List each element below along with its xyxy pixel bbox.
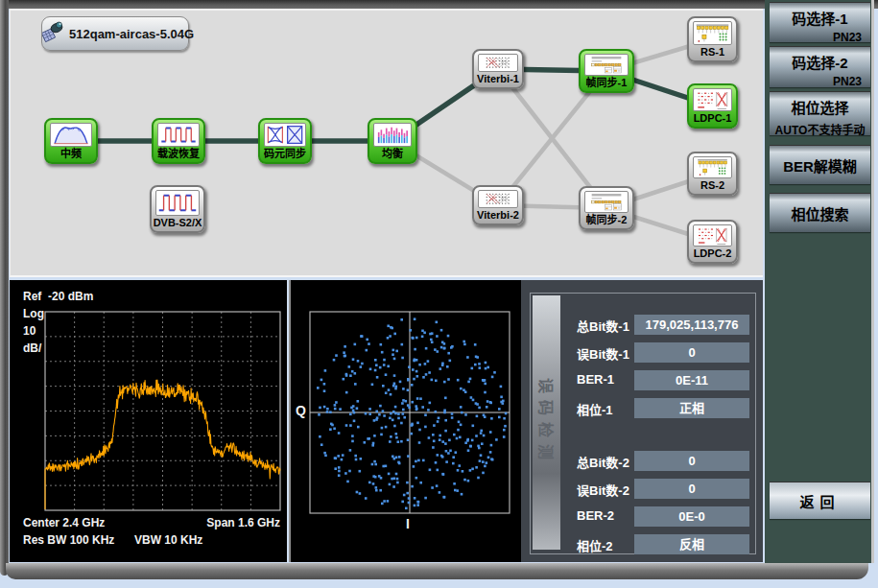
block-symsync[interactable]: 码元同步 — [258, 118, 312, 164]
code-select-2-button[interactable]: 码选择-2PN23 — [770, 46, 870, 87]
window-bottom-frame — [6, 563, 868, 579]
app-window: 中频载波恢复码元同步均衡DVB-S2/XViterbi-1Viterbi-2帧同… — [0, 0, 878, 588]
block-dvb[interactable]: DVB-S2/X — [150, 185, 205, 233]
frame-sync-icon — [584, 54, 629, 76]
rs-tree-icon — [693, 156, 732, 178]
square-wave-icon — [157, 123, 200, 147]
block-label: 帧同步-2 — [581, 213, 632, 227]
phase-search-button[interactable]: 相位搜索 — [770, 193, 870, 232]
ldpc-graph-icon — [693, 88, 732, 111]
signal-chain-diagram-panel: 中频载波恢复码元同步均衡DVB-S2/XViterbi-1Viterbi-2帧同… — [10, 9, 763, 277]
rs-tree-icon — [693, 21, 732, 45]
block-fs1[interactable]: 帧同步-1 — [579, 49, 634, 93]
ber-row-value: 0E-0 — [634, 506, 749, 527]
span-label: Span 1.6 GHz — [206, 516, 280, 529]
block-rs2[interactable]: RS-2 — [687, 152, 738, 196]
button-sub-label: PN23 — [770, 75, 862, 88]
session-title-label: 512qam-aircas-5.04G — [69, 27, 194, 41]
satellite-icon — [42, 19, 67, 48]
ber-statistics-frame: 误码检测 总Bit数-1179,025,113,776误Bit数-10BER-1… — [530, 293, 756, 554]
center-freq-label: Center 2.4 GHz — [23, 516, 105, 529]
phase-select-button[interactable]: 相位选择AUTO不支持手动 — [770, 91, 870, 135]
ber-row-label: 误Bit数-1 — [577, 344, 629, 363]
frame-sync-icon — [584, 191, 629, 213]
back-button[interactable]: 返回 — [770, 482, 870, 519]
code-select-1-button[interactable]: 码选择-1PN23 — [770, 2, 870, 42]
block-label: 均衡 — [369, 147, 415, 161]
ber-row-value: 0 — [634, 451, 749, 471]
ber-row-label: BER-1 — [577, 372, 614, 387]
ber-statistics-panel: 误码检测 总Bit数-1179,025,113,776误Bit数-10BER-1… — [521, 280, 763, 562]
control-sidebar: 码选择-1PN23码选择-2PN23相位选择AUTO不支持手动BER解模糊相位搜… — [765, 0, 874, 563]
ldpc-graph-icon — [693, 224, 732, 247]
button-sub-label: AUTO不支持手动 — [771, 121, 869, 137]
block-label: LDPC-1 — [689, 111, 736, 126]
block-label: 码元同步 — [260, 147, 310, 161]
block-v2[interactable]: Viterbi-2 — [472, 185, 524, 225]
block-carrier[interactable]: 载波恢复 — [152, 118, 205, 164]
window-left-frame — [0, 0, 9, 576]
block-label: RS-2 — [689, 178, 736, 193]
ber-detect-side-strip: 误码检测 — [533, 295, 560, 550]
block-label: 中频 — [46, 147, 96, 161]
spectrum-hump-icon — [50, 123, 92, 147]
ber-row-label: 相位-1 — [577, 400, 613, 418]
q-axis-label: Q — [296, 403, 306, 418]
ber-row-value: 正相 — [634, 398, 749, 418]
ber-row-label: 总Bit数-2 — [577, 453, 629, 471]
ber-row-label: 相位-2 — [577, 536, 613, 554]
ber-row-value: 0 — [634, 342, 749, 363]
button-label: 码选择-2 — [770, 52, 870, 72]
block-ldpc1[interactable]: LDPC-1 — [687, 83, 738, 129]
ber-deambiguity-button[interactable]: BER解模糊 — [770, 145, 870, 184]
session-title-button[interactable]: 512qam-aircas-5.04G — [41, 16, 189, 51]
trellis-icon — [478, 54, 518, 72]
block-eq[interactable]: 均衡 — [368, 118, 417, 164]
block-label: LDPC-2 — [689, 247, 736, 261]
i-axis-label: I — [406, 516, 410, 531]
block-label: Viterbi-1 — [474, 72, 522, 86]
ber-row-label: 总Bit数-1 — [577, 317, 629, 335]
ber-detect-vertical-label: 误码检测 — [535, 378, 558, 466]
block-if[interactable]: 中频 — [44, 118, 98, 164]
button-label: 相位选择 — [770, 97, 870, 117]
block-label: 帧同步-1 — [581, 76, 632, 90]
block-ldpc2[interactable]: LDPC-2 — [687, 220, 738, 264]
button-label: 相位搜索 — [791, 203, 848, 223]
rbw-label: Res BW 100 KHz — [23, 533, 114, 547]
block-label: Viterbi-2 — [474, 208, 522, 223]
back-button-label: 返回 — [799, 491, 840, 511]
block-label: RS-1 — [689, 45, 736, 59]
square-wave-icon — [155, 190, 200, 216]
ber-row-label: BER-2 — [577, 508, 614, 523]
ber-row-value: 0 — [634, 479, 749, 499]
button-label: BER解模糊 — [783, 155, 857, 176]
block-label: 载波恢复 — [154, 147, 203, 161]
block-label: DVB-S2/X — [152, 216, 203, 230]
ber-row-label: 误Bit数-2 — [577, 481, 629, 499]
vbw-label: VBW 10 KHz — [134, 533, 202, 547]
trellis-icon — [478, 190, 518, 208]
button-sub-label: PN23 — [770, 31, 862, 44]
spectrum-analyzer-panel: Ref -20 dBm Log 10 dB/ Center 2.4 GHz Sp… — [10, 280, 287, 562]
button-label: 码选择-1 — [770, 8, 870, 28]
window-top-frame — [0, 0, 878, 9]
constellation-panel: Q I — [289, 280, 521, 562]
ber-row-value: 0E-11 — [634, 370, 749, 390]
eye-diagram-icon — [264, 123, 306, 147]
equalizer-bars-icon — [373, 123, 412, 147]
block-fs2[interactable]: 帧同步-2 — [579, 186, 634, 230]
block-v1[interactable]: Viterbi-1 — [472, 49, 524, 89]
ber-row-value: 反相 — [634, 534, 749, 554]
block-rs1[interactable]: RS-1 — [687, 16, 738, 62]
ber-row-value: 179,025,113,776 — [634, 315, 749, 335]
